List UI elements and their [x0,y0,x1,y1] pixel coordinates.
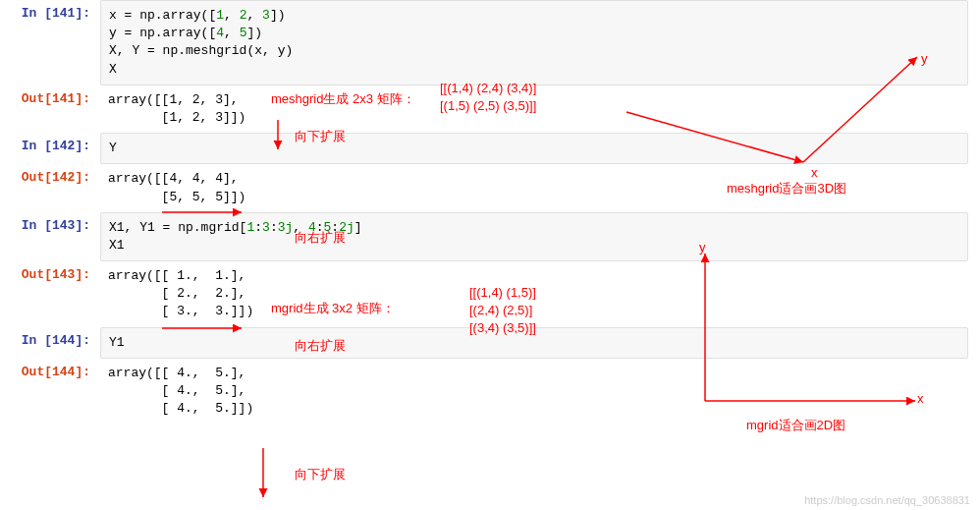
output-cell-141: Out[141]: array([[1, 2, 3], [1, 2, 3]]) [0,85,980,133]
output-cell-144: Out[144]: array([[ 4., 5.], [ 4., 5.], [… [0,359,980,425]
annot-down-expand-2: 向下扩展 [295,466,346,483]
in-prompt: In [144]: [0,327,100,354]
out-prompt: Out[142]: [0,164,100,191]
out-prompt: Out[143]: [0,261,100,288]
out-prompt: Out[144]: [0,359,100,385]
input-cell-142: In [142]: Y [0,133,980,164]
code-output: array([[1, 2, 3], [1, 2, 3]]) [100,85,980,133]
code-input[interactable]: x = np.array([1, 2, 3]) y = np.array([4,… [100,0,968,85]
out-prompt: Out[141]: [0,85,100,112]
in-prompt: In [141]: [0,0,100,27]
watermark: https://blog.csdn.net/qq_30638831 [804,494,970,506]
in-prompt: In [142]: [0,133,100,159]
input-cell-141: In [141]: x = np.array([1, 2, 3]) y = np… [0,0,980,85]
code-output: array([[4, 4, 4], [5, 5, 5]]) [100,164,980,211]
output-cell-143: Out[143]: array([[ 1., 1.], [ 2., 2.], [… [0,261,980,327]
code-input[interactable]: X1, Y1 = np.mgrid[1:3:3j, 4:5:2j] X1 [100,212,968,261]
code-input[interactable]: Y1 [100,327,968,359]
code-output: array([[ 1., 1.], [ 2., 2.], [ 3., 3.]]) [100,261,980,327]
code-output: array([[ 4., 5.], [ 4., 5.], [ 4., 5.]]) [100,359,980,425]
output-cell-142: Out[142]: array([[4, 4, 4], [5, 5, 5]]) [0,164,980,211]
input-cell-143: In [143]: X1, Y1 = np.mgrid[1:3:3j, 4:5:… [0,212,980,261]
input-cell-144: In [144]: Y1 [0,327,980,359]
in-prompt: In [143]: [0,212,100,239]
code-input[interactable]: Y [100,133,968,164]
